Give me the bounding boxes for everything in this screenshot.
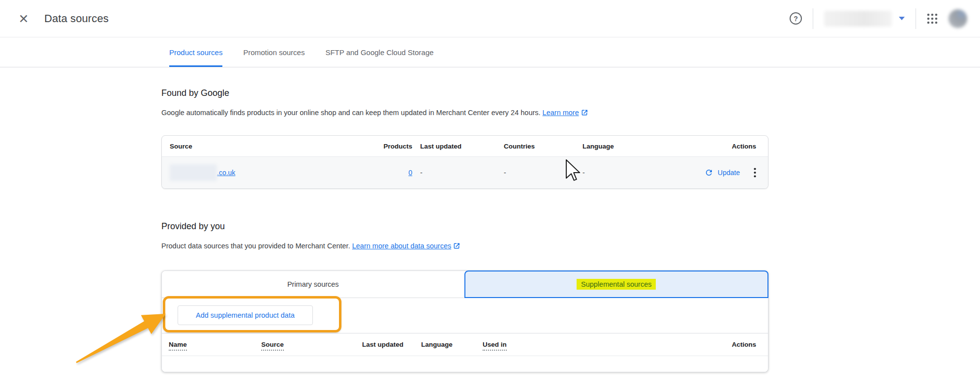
redacted-domain	[170, 164, 217, 181]
column-name: Name	[162, 341, 255, 348]
divider	[813, 8, 813, 29]
highlighted-tab-label: Supplemental sources	[577, 279, 656, 290]
provided-by-you-heading: Provided by you	[161, 220, 980, 232]
empty-table-body	[162, 356, 768, 372]
tab-primary-sources[interactable]: Primary sources	[162, 271, 464, 298]
table-row: .co.uk 0 - - - Update	[162, 156, 768, 188]
learn-more-data-sources-link[interactable]: Learn more about data sources	[352, 242, 452, 250]
external-link-icon	[581, 109, 588, 116]
tab-sftp-gcs[interactable]: SFTP and Google Cloud Storage	[325, 37, 433, 67]
actions-cell: Update	[680, 168, 768, 178]
content: Found by Google Google automatically fin…	[0, 87, 980, 372]
add-button-row: Add supplemental product data	[162, 298, 768, 333]
tab-promotion-sources[interactable]: Promotion sources	[243, 37, 305, 67]
column-actions: Actions	[680, 143, 768, 150]
close-icon[interactable]: ✕	[15, 10, 32, 28]
table-header-row: Source Products Last updated Countries L…	[162, 136, 768, 156]
section-tabs: Product sources Promotion sources SFTP a…	[0, 37, 980, 67]
add-supplemental-product-data-button[interactable]: Add supplemental product data	[178, 305, 313, 325]
column-language: Language	[575, 143, 680, 150]
column-used-in: Used in	[477, 341, 704, 348]
avatar[interactable]	[949, 9, 967, 28]
page-title: Data sources	[44, 12, 109, 25]
found-by-google-table: Source Products Last updated Countries L…	[161, 135, 768, 189]
external-link-icon	[453, 242, 460, 249]
column-actions: Actions	[704, 341, 768, 348]
learn-more-link[interactable]: Learn more	[543, 109, 579, 117]
found-by-google-heading: Found by Google	[161, 87, 980, 99]
column-countries: Countries	[496, 143, 575, 150]
kebab-menu-icon[interactable]	[754, 168, 756, 178]
top-bar: ✕ Data sources ?	[0, 0, 980, 37]
products-cell: 0	[370, 169, 412, 177]
tab-supplemental-sources[interactable]: Supplemental sources	[464, 270, 769, 298]
column-last-updated: Last updated	[412, 143, 496, 150]
source-domain-link[interactable]: .co.uk	[217, 169, 235, 177]
column-last-updated: Last updated	[356, 341, 415, 348]
provided-by-you-panel: Primary sources Supplemental sources Add…	[161, 270, 768, 372]
update-button[interactable]: Update	[704, 168, 740, 177]
provided-by-you-description: Product data sources that you provided t…	[161, 241, 980, 251]
column-source: Source	[255, 341, 356, 348]
account-switcher[interactable]	[824, 11, 892, 27]
column-language: Language	[415, 341, 477, 348]
column-source: Source	[162, 143, 370, 150]
countries-cell: -	[496, 169, 575, 177]
divider	[916, 8, 916, 29]
source-type-tabs: Primary sources Supplemental sources	[162, 271, 768, 298]
apps-grid-icon[interactable]	[927, 13, 938, 24]
refresh-icon	[704, 168, 713, 177]
language-cell: -	[575, 169, 680, 177]
source-cell: .co.uk	[162, 164, 370, 181]
supplemental-table-header-row: Name Source Last updated Language Used i…	[162, 333, 768, 356]
tab-product-sources[interactable]: Product sources	[169, 37, 222, 67]
chevron-down-icon[interactable]	[899, 17, 905, 20]
column-products: Products	[370, 143, 412, 150]
last-updated-cell: -	[412, 169, 496, 177]
found-by-google-description: Google automatically finds products in y…	[161, 108, 980, 118]
help-icon[interactable]: ?	[790, 12, 802, 25]
products-count-link[interactable]: 0	[408, 169, 412, 177]
